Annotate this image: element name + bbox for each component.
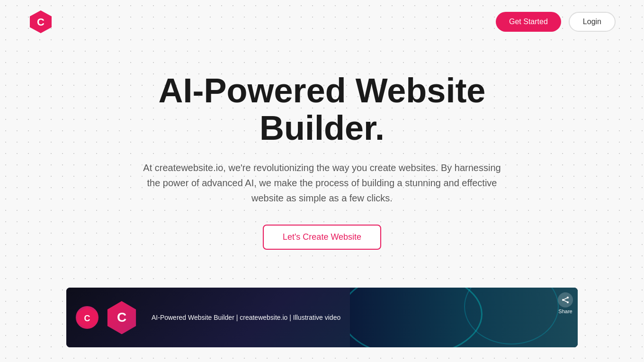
create-website-button[interactable]: Let's Create Website [263,225,381,250]
video-logo-area: C C AI-Powered Website Builder | createw… [66,301,350,334]
share-label: Share [558,308,572,314]
hero-description: At createwebsite.io, we're revolutionizi… [137,160,507,206]
svg-text:C: C [84,314,90,323]
video-logo-letter: C [117,310,126,325]
video-logo-hex: C [105,301,138,334]
logo-container: C [28,9,53,34]
video-arc-1 [350,288,483,347]
share-button[interactable]: Share [558,292,573,314]
get-started-button[interactable]: Get Started [496,12,561,32]
svg-line-7 [563,298,568,300]
hero-section: AI-Powered Website Builder. At createweb… [0,44,644,269]
logo-icon: C [28,9,53,34]
video-title: AI-Powered Website Builder | createwebsi… [152,313,340,323]
header-nav: Get Started Login [496,12,616,32]
svg-line-8 [563,300,568,302]
svg-text:C: C [37,16,45,28]
login-button[interactable]: Login [569,12,616,32]
video-section: C C AI-Powered Website Builder | createw… [0,269,644,347]
video-arc-2 [464,288,559,344]
video-visual [350,288,578,347]
video-channel-icon: C [76,306,98,329]
video-container[interactable]: C C AI-Powered Website Builder | createw… [66,288,578,347]
hero-title: AI-Powered Website Builder. [109,72,535,147]
video-thumbnail: C C AI-Powered Website Builder | createw… [66,288,578,347]
share-icon [558,292,573,308]
header: C Get Started Login [0,0,644,44]
